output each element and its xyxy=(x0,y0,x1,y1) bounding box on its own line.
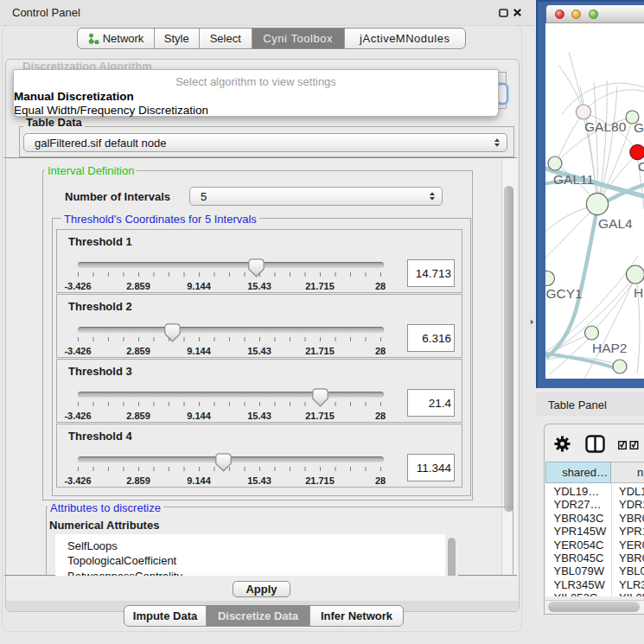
svg-text:H: H xyxy=(634,285,643,300)
svg-text:GAL11: GAL11 xyxy=(553,172,594,187)
svg-text:GAL4: GAL4 xyxy=(598,216,633,231)
svg-text:GCY1: GCY1 xyxy=(546,286,583,301)
svg-text:GAL80: GAL80 xyxy=(584,119,627,134)
svg-text:GA: GA xyxy=(634,120,644,135)
svg-text:C: C xyxy=(638,159,644,174)
svg-text:HAP2: HAP2 xyxy=(592,341,628,355)
